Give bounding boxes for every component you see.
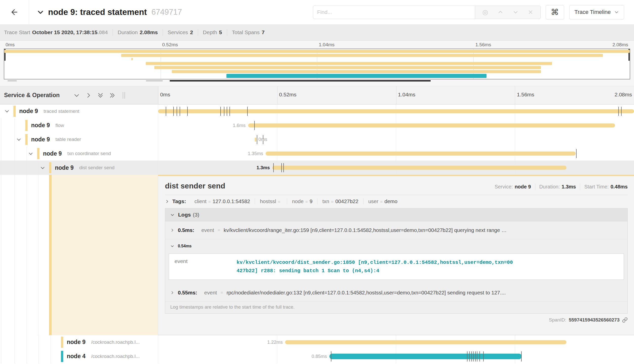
indent-guide bbox=[14, 335, 15, 349]
log-event-table: event kv/kvclient/kvcoord/dist_sender.go… bbox=[169, 253, 624, 280]
summary-label: Duration bbox=[118, 29, 138, 35]
collapse-header-icon[interactable] bbox=[37, 9, 44, 16]
log-equals: = bbox=[221, 290, 223, 295]
chevron-down-icon[interactable] bbox=[40, 161, 45, 175]
span-id-row: SpanID: 5597415943526560273 bbox=[165, 317, 628, 323]
span-timeline-cell[interactable] bbox=[158, 104, 634, 118]
span-timeline-cell[interactable]: 1.3ms bbox=[158, 161, 634, 175]
span-row[interactable]: node 9/cockroach.roachpb.I...1.22ms bbox=[0, 335, 634, 349]
span-tree-cell[interactable]: node 9txn coordinator send bbox=[0, 146, 158, 161]
span-rows: node 9traced statementnode 9flow1.6msnod… bbox=[0, 104, 634, 175]
operation-name: /cockroach.roachpb.I... bbox=[91, 339, 140, 345]
span-row[interactable]: node 9dist sender send1.3ms bbox=[0, 161, 634, 175]
ruler-tick-label: 2.08ms bbox=[615, 92, 632, 98]
next-match-icon[interactable] bbox=[513, 9, 518, 15]
tag-value: 127.0.0.1:54582 bbox=[213, 198, 250, 204]
span-row[interactable]: node 9table reader0ms bbox=[0, 133, 634, 147]
summary-value: 7 bbox=[262, 29, 265, 35]
page-header: node 9: traced statement 6749717 ◎ ⌘ bbox=[0, 0, 634, 24]
prev-match-icon[interactable] bbox=[498, 9, 503, 15]
expand-all-icon[interactable] bbox=[109, 92, 116, 99]
span-duration-bar[interactable] bbox=[266, 152, 576, 156]
minimap-span-bar bbox=[131, 58, 133, 60]
minimap-scrub-range[interactable] bbox=[170, 80, 431, 81]
span-id-label: SpanID: bbox=[549, 317, 566, 323]
find-group: ◎ bbox=[313, 6, 541, 19]
trace-summary-bar: Trace StartOctober 15 2020, 17:38:15.084… bbox=[0, 24, 634, 41]
span-duration-bar[interactable] bbox=[329, 354, 522, 359]
summary-item: Depth5 bbox=[203, 29, 222, 35]
span-tree-cell[interactable]: node 9flow bbox=[0, 118, 158, 133]
span-name-group: node 9dist sender send bbox=[55, 161, 115, 175]
ruler-tick-label: 1.04ms bbox=[398, 92, 415, 98]
span-row[interactable]: node 9flow1.6ms bbox=[0, 118, 634, 133]
locate-icon[interactable]: ◎ bbox=[482, 8, 488, 16]
span-duration-label: 0ms bbox=[258, 133, 267, 147]
span-duration-bar[interactable] bbox=[248, 123, 615, 127]
span-timeline-cell[interactable]: 1.22ms bbox=[158, 335, 634, 349]
find-input[interactable] bbox=[313, 6, 475, 19]
log-entry[interactable]: 0.5ms: event = kv/kvclient/kvcoord/range… bbox=[165, 221, 627, 239]
indent-guide bbox=[14, 133, 15, 147]
link-icon[interactable] bbox=[622, 317, 628, 323]
span-duration-bar[interactable] bbox=[272, 166, 566, 170]
view-select-button[interactable]: Trace Timeline bbox=[569, 5, 624, 19]
span-tree-cell[interactable]: node 9dist sender send bbox=[0, 161, 158, 175]
span-timeline-cell[interactable]: 0ms bbox=[158, 133, 634, 147]
keyboard-shortcuts-button[interactable]: ⌘ bbox=[546, 5, 564, 19]
log-marker-tick bbox=[247, 107, 248, 116]
span-tree-cell[interactable]: node 4/cockroach.roachpb.I... bbox=[0, 349, 158, 363]
view-select-label: Trace Timeline bbox=[575, 9, 611, 15]
span-tree-cell[interactable]: node 9/cockroach.roachpb.I... bbox=[0, 335, 158, 349]
operation-name: dist sender send bbox=[79, 165, 114, 170]
span-duration-bar[interactable] bbox=[285, 340, 566, 344]
expand-one-icon[interactable] bbox=[85, 92, 92, 99]
tags-row[interactable]: Tags: client=127.0.0.1:54582hostssl=node… bbox=[165, 198, 628, 204]
span-timeline-cell[interactable]: 0.85ms bbox=[158, 349, 634, 363]
tag-equals: = bbox=[278, 199, 280, 204]
ruler-tick-label: 0ms bbox=[160, 92, 170, 98]
service-value: node 9 bbox=[515, 184, 531, 190]
chevron-down-icon[interactable] bbox=[4, 104, 10, 118]
logs-header[interactable]: Logs (3) bbox=[165, 208, 627, 221]
clear-search-icon[interactable] bbox=[528, 10, 533, 15]
column-resizer-handle[interactable] bbox=[123, 92, 125, 99]
indent-guide bbox=[14, 161, 15, 175]
chevron-down-icon[interactable] bbox=[16, 133, 22, 147]
chevron-down-icon[interactable] bbox=[28, 146, 33, 161]
summary-item: Duration2.08ms bbox=[118, 29, 158, 35]
collapse-one-icon[interactable] bbox=[73, 92, 80, 99]
minimap-scrub-segment[interactable] bbox=[146, 80, 163, 81]
span-row[interactable]: node 9traced statement bbox=[0, 104, 634, 118]
tag-key: user bbox=[368, 198, 378, 204]
chevron-down-icon bbox=[614, 10, 619, 14]
log-marker-tick bbox=[467, 351, 468, 361]
collapse-all-icon[interactable] bbox=[97, 92, 104, 99]
span-timeline-cell[interactable]: 1.35ms bbox=[158, 146, 634, 161]
span-tree-cell[interactable]: node 9traced statement bbox=[0, 104, 158, 118]
service-name: node 4 bbox=[67, 353, 86, 360]
log-marker-tick bbox=[173, 107, 174, 116]
indent-guide bbox=[38, 335, 39, 349]
summary-separator bbox=[198, 29, 198, 36]
span-duration-bar[interactable] bbox=[255, 138, 257, 142]
span-color-bar bbox=[13, 106, 16, 117]
summary-value-suffix: .084 bbox=[97, 29, 108, 35]
span-row[interactable]: node 9txn coordinator send1.35ms bbox=[0, 146, 634, 161]
minimap-canvas[interactable] bbox=[4, 49, 630, 79]
log-entry-expanded-header[interactable]: 0.54ms bbox=[165, 239, 627, 253]
back-button[interactable] bbox=[0, 0, 29, 24]
log-entry[interactable]: 0.55ms: event = rpc/nodedialer/nodediale… bbox=[165, 284, 627, 302]
log-equals: = bbox=[218, 228, 220, 233]
minimap-span-bar bbox=[172, 70, 541, 73]
span-tree-cell[interactable]: node 9table reader bbox=[0, 133, 158, 147]
span-row[interactable]: node 4/cockroach.roachpb.I...0.85ms bbox=[0, 349, 634, 363]
summary-separator bbox=[113, 29, 113, 36]
log-key: event bbox=[201, 227, 214, 233]
tag-item: hostssl= bbox=[255, 198, 287, 204]
minimap-scrub-segment[interactable] bbox=[8, 80, 17, 81]
span-timeline-cell[interactable]: 1.6ms bbox=[158, 118, 634, 133]
operation-name: txn coordinator send bbox=[67, 151, 111, 156]
chevron-right-icon bbox=[165, 199, 169, 204]
log-marker-tick bbox=[283, 163, 284, 172]
